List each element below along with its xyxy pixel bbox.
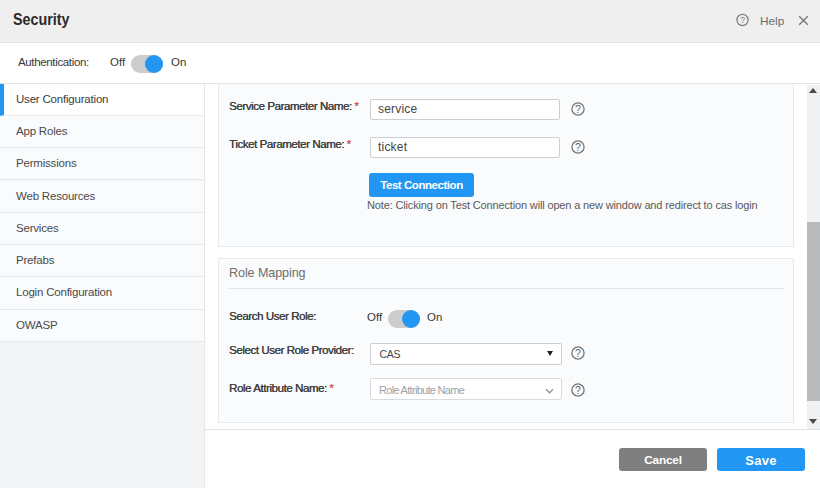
svg-text:?: ? <box>740 15 745 25</box>
svg-text:?: ? <box>575 384 581 396</box>
svg-text:?: ? <box>575 347 581 359</box>
svg-text:?: ? <box>575 141 581 153</box>
svg-text:?: ? <box>575 103 581 115</box>
